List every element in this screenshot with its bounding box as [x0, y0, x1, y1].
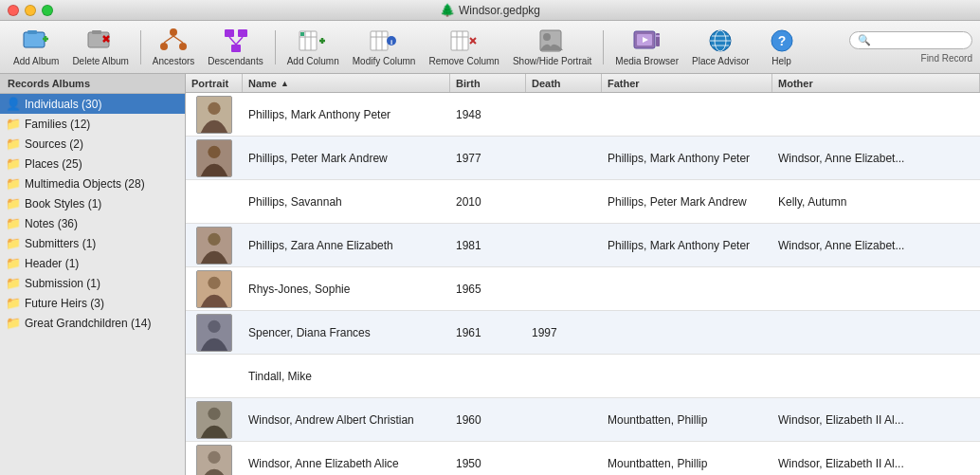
svg-text:?: ?	[777, 33, 786, 48]
maximize-button[interactable]	[42, 5, 53, 16]
svg-line-17	[236, 37, 243, 45]
sidebar-item-places[interactable]: 📁 Places (25)	[0, 154, 185, 174]
add-column-label: Add Column	[287, 56, 339, 66]
mother-cell	[772, 285, 980, 293]
table-row[interactable]: Windsor, Andrew Albert Christian 1960 Mo…	[186, 398, 980, 442]
ancestors-icon	[158, 27, 189, 54]
portrait-image	[196, 270, 232, 308]
place-advisor-button[interactable]: Place Advisor	[686, 24, 755, 71]
portrait-image	[196, 401, 232, 439]
find-record-label[interactable]: Find Record	[921, 53, 972, 64]
modify-column-button[interactable]: i Modify Column	[347, 24, 422, 71]
app-icon: 🌲	[440, 3, 455, 17]
table-row[interactable]: Phillips, Zara Anne Elizabeth 1981 Phill…	[186, 224, 980, 267]
birth-cell: 1948	[450, 104, 526, 125]
portrait-image	[196, 96, 232, 134]
svg-rect-22	[300, 32, 304, 36]
father-cell	[602, 373, 772, 380]
submitters-icon: 📁	[6, 236, 21, 250]
sidebar-item-sources[interactable]: 📁 Sources (2)	[0, 134, 185, 154]
toolbar-sep-1	[140, 30, 141, 64]
mother-cell: Kelly, Autumn	[772, 192, 980, 212]
father-cell: Phillips, Mark Anthony Peter	[602, 235, 772, 256]
table-row[interactable]: Rhys-Jones, Sophie 1965	[186, 267, 980, 311]
sidebar-item-future-heirs[interactable]: 📁 Future Heirs (3)	[0, 293, 185, 313]
th-father[interactable]: Father	[602, 74, 772, 92]
places-icon: 📁	[6, 156, 21, 171]
toolbar-sep-2	[275, 30, 276, 64]
birth-cell: 1961	[450, 322, 526, 343]
search-area: 🔍 Find Record	[849, 31, 972, 64]
place-advisor-label: Place Advisor	[692, 56, 750, 66]
header-icon: 📁	[6, 256, 21, 270]
submission-icon: 📁	[6, 276, 21, 290]
svg-rect-25	[371, 31, 388, 50]
th-mother[interactable]: Mother	[772, 74, 980, 92]
sidebar-item-submitters[interactable]: 📁 Submitters (1)	[0, 233, 185, 253]
search-input[interactable]	[874, 34, 964, 46]
toolbar: Add Album Delete Album Ancestors	[0, 21, 980, 74]
svg-rect-31	[451, 31, 468, 50]
table-row[interactable]: Phillips, Peter Mark Andrew 1977 Phillip…	[186, 137, 980, 180]
show-hide-portrait-icon	[537, 27, 568, 54]
svg-point-56	[208, 232, 220, 245]
death-cell	[526, 373, 602, 380]
table-row[interactable]: Phillips, Savannah 2010 Phillips, Peter …	[186, 180, 980, 224]
media-browser-button[interactable]: Media Browser	[609, 24, 684, 71]
death-cell	[526, 242, 602, 249]
descendants-button[interactable]: Descendants	[202, 24, 268, 71]
name-cell: Spencer, Diana Frances	[243, 322, 450, 343]
th-name[interactable]: Name ▲	[243, 74, 450, 92]
future-heirs-icon: 📁	[6, 296, 21, 310]
descendants-label: Descendants	[208, 56, 263, 66]
toolbar-sep-3	[603, 30, 604, 64]
death-cell	[526, 285, 602, 293]
minimize-button[interactable]	[25, 5, 36, 16]
individuals-icon: 👤	[6, 97, 21, 111]
table-row[interactable]: Spencer, Diana Frances 1961 1997	[186, 311, 980, 355]
th-death[interactable]: Death	[526, 74, 602, 92]
show-hide-portrait-button[interactable]: Show/Hide Portrait	[507, 24, 597, 71]
mother-cell: Windsor, Elizabeth II Al...	[772, 453, 980, 474]
table-row[interactable]: Phillips, Mark Anthony Peter 1948	[186, 93, 980, 137]
father-cell	[602, 329, 772, 337]
close-button[interactable]	[8, 5, 19, 16]
birth-cell: 1977	[450, 148, 526, 169]
sidebar-item-individuals[interactable]: 👤 Individuals (30)	[0, 94, 185, 114]
notes-icon: 📁	[6, 216, 21, 230]
th-birth[interactable]: Birth	[450, 74, 526, 92]
add-column-button[interactable]: Add Column	[281, 24, 345, 71]
delete-album-button[interactable]: Delete Album	[66, 24, 134, 71]
th-portrait[interactable]: Portrait	[186, 74, 243, 92]
sidebar-item-multimedia[interactable]: 📁 Multimedia Objects (28)	[0, 174, 185, 193]
search-box[interactable]: 🔍	[849, 31, 972, 49]
death-cell	[526, 198, 602, 206]
sidebar-item-header[interactable]: 📁 Header (1)	[0, 253, 185, 273]
table-row[interactable]: Tindall, Mike	[186, 355, 980, 398]
svg-rect-14	[238, 29, 247, 37]
add-album-button[interactable]: Add Album	[8, 24, 64, 71]
sidebar-item-book-styles[interactable]: 📁 Book Styles (1)	[0, 193, 185, 213]
remove-column-icon	[449, 27, 480, 54]
help-button[interactable]: ? Help	[757, 24, 807, 71]
mother-cell: Windsor, Elizabeth II Al...	[772, 410, 980, 430]
search-icon: 🔍	[858, 34, 871, 46]
remove-column-label: Remove Column	[428, 56, 499, 66]
sidebar-item-families[interactable]: 📁 Families (12)	[0, 114, 185, 134]
svg-line-11	[164, 36, 173, 43]
svg-text:i: i	[390, 38, 392, 46]
sidebar-item-great-grandchildren[interactable]: 📁 Great Grandchildren (14)	[0, 313, 185, 333]
sidebar-item-submission[interactable]: 📁 Submission (1)	[0, 273, 185, 293]
table-row[interactable]: Windsor, Anne Elizabeth Alice 1950 Mount…	[186, 442, 980, 475]
remove-column-button[interactable]: Remove Column	[423, 24, 504, 71]
father-cell: Mountbatten, Phillip	[602, 410, 772, 430]
add-column-icon	[298, 27, 328, 54]
portrait-image	[196, 314, 232, 352]
main-content: Records Albums 👤 Individuals (30) 📁 Fami…	[0, 74, 980, 475]
book-styles-icon: 📁	[6, 196, 21, 210]
ancestors-button[interactable]: Ancestors	[147, 24, 200, 71]
sidebar-item-notes[interactable]: 📁 Notes (36)	[0, 213, 185, 233]
svg-point-54	[208, 145, 220, 157]
portrait-cell	[186, 375, 243, 378]
window-controls[interactable]	[8, 5, 53, 16]
